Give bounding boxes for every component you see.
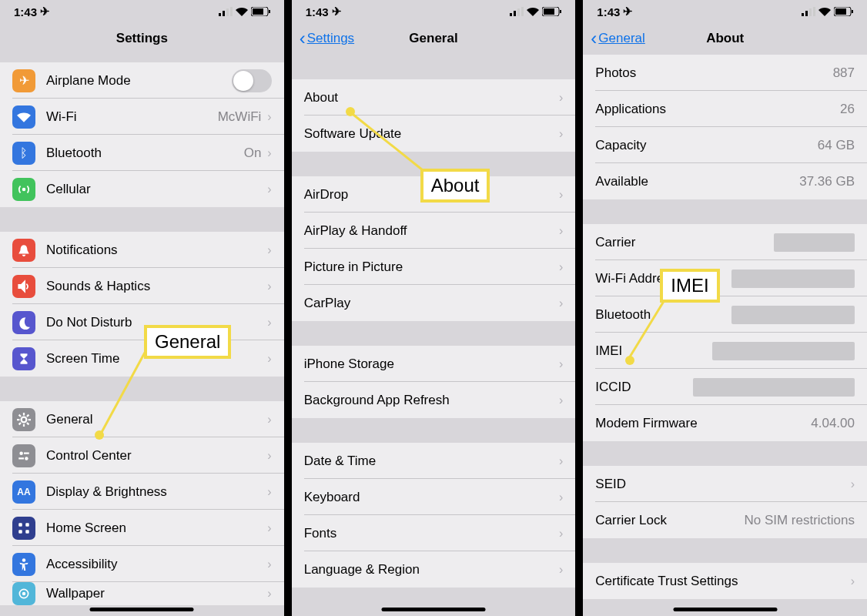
status-icons [802, 7, 853, 16]
accessibility-icon [12, 553, 35, 576]
screen-about: 1:43✈︎ ‹General About Photos887 Applicat… [583, 0, 867, 616]
screen-settings: 1:43✈︎ Settings ✈︎Airplane Mode Wi-FiMcW… [0, 0, 284, 616]
row-modem-firmware: Modem Firmware4.04.00 [583, 405, 867, 441]
aa-icon: AA [12, 480, 35, 504]
row-datetime[interactable]: Date & Time› [292, 443, 576, 479]
svg-point-19 [22, 592, 26, 596]
chevron-right-icon: › [267, 182, 271, 196]
chevron-right-icon: › [559, 454, 563, 468]
moon-icon [12, 311, 35, 334]
row-accessibility[interactable]: Accessibility› [0, 546, 284, 582]
status-time: 1:43 [14, 5, 37, 18]
row-cellular[interactable]: Cellular› [0, 171, 284, 207]
svg-rect-22 [514, 11, 516, 16]
row-cert-trust[interactable]: Certificate Trust Settings› [583, 563, 867, 599]
back-button[interactable]: ‹General [583, 28, 644, 49]
row-display[interactable]: AADisplay & Brightness› [0, 474, 284, 510]
row-wifi[interactable]: Wi-FiMcWiFi› [0, 99, 284, 135]
chevron-right-icon: › [559, 127, 563, 141]
row-about[interactable]: About› [292, 79, 576, 116]
chevron-right-icon: › [267, 110, 271, 124]
svg-rect-2 [226, 8, 229, 16]
row-software-update[interactable]: Software Update› [292, 116, 576, 152]
svg-point-7 [22, 187, 26, 191]
row-control-center[interactable]: Control Center› [0, 437, 284, 474]
svg-rect-3 [230, 7, 233, 16]
navbar: ‹General About [583, 22, 867, 55]
sound-icon [12, 275, 35, 298]
chevron-left-icon: ‹ [591, 28, 597, 49]
row-available: Available37.36 GB [583, 163, 867, 199]
chevron-right-icon: › [267, 146, 271, 160]
status-bar: 1:43✈︎ [0, 0, 284, 22]
row-bg-refresh[interactable]: Background App Refresh› [292, 382, 576, 418]
callout-about: About [420, 169, 490, 203]
back-button[interactable]: ‹Settings [292, 28, 354, 49]
svg-rect-35 [852, 10, 853, 13]
row-screen-time[interactable]: Screen Time› [0, 340, 284, 377]
row-dnd[interactable]: Do Not Disturb› [0, 304, 284, 340]
row-carplay[interactable]: CarPlay› [292, 285, 576, 321]
row-bluetooth[interactable]: ᛒBluetoothOn› [0, 135, 284, 171]
row-home-screen[interactable]: Home Screen› [0, 510, 284, 546]
chevron-right-icon: › [267, 413, 271, 427]
chevron-right-icon: › [559, 563, 563, 577]
row-notifications[interactable]: Notifications› [0, 232, 284, 268]
home-indicator[interactable] [673, 608, 777, 611]
home-indicator[interactable] [90, 608, 194, 611]
status-time: 1:43 [597, 5, 620, 18]
general-list[interactable]: About› Software Update› AirDrop› AirPlay… [292, 55, 576, 616]
redacted-value [731, 306, 855, 324]
location-icon: ✈︎ [332, 5, 342, 18]
airplane-toggle[interactable] [232, 69, 272, 92]
chevron-right-icon: › [559, 224, 563, 238]
callout-imei: IMEI [660, 269, 719, 303]
row-airplane-mode[interactable]: ✈︎Airplane Mode [0, 62, 284, 99]
svg-rect-5 [253, 8, 263, 15]
redacted-value [774, 233, 855, 252]
row-wallpaper[interactable]: Wallpaper› [0, 582, 284, 605]
chevron-left-icon: ‹ [300, 28, 306, 49]
chevron-right-icon: › [851, 477, 855, 491]
bell-icon [12, 239, 35, 262]
svg-rect-34 [835, 8, 846, 15]
callout-dot [95, 430, 104, 440]
chevron-right-icon: › [559, 393, 563, 407]
row-language[interactable]: Language & Region› [292, 551, 576, 588]
svg-rect-32 [813, 7, 815, 16]
svg-rect-14 [25, 523, 29, 527]
row-keyboard[interactable]: Keyboard› [292, 479, 576, 515]
row-seid[interactable]: SEID› [583, 466, 867, 502]
chevron-right-icon: › [559, 296, 563, 310]
svg-rect-27 [560, 10, 561, 13]
chevron-right-icon: › [851, 574, 855, 588]
about-list[interactable]: Photos887 Applications26 Capacity64 GB A… [583, 55, 867, 616]
row-airplay[interactable]: AirPlay & Handoff› [292, 213, 576, 249]
sliders-icon [12, 444, 35, 467]
wifi-icon [12, 105, 35, 129]
chevron-right-icon: › [559, 91, 563, 105]
callout-general: General [144, 325, 231, 359]
svg-rect-24 [521, 7, 524, 16]
row-carrier: Carrier [583, 224, 867, 260]
chevron-right-icon: › [267, 243, 271, 257]
settings-list[interactable]: ✈︎Airplane Mode Wi-FiMcWiFi› ᛒBluetoothO… [0, 55, 284, 616]
row-wifi-address: Wi-Fi Address [583, 260, 867, 296]
row-general[interactable]: General› [0, 401, 284, 437]
chevron-right-icon: › [267, 449, 271, 463]
chevron-right-icon: › [267, 316, 271, 330]
wallpaper-icon [12, 582, 35, 605]
row-sounds[interactable]: Sounds & Haptics› [0, 268, 284, 304]
svg-rect-31 [809, 8, 812, 16]
redacted-value [712, 342, 855, 360]
row-storage[interactable]: iPhone Storage› [292, 346, 576, 382]
svg-rect-6 [269, 10, 270, 13]
row-pip[interactable]: Picture in Picture› [292, 249, 576, 285]
chevron-right-icon: › [559, 357, 563, 371]
row-fonts[interactable]: Fonts› [292, 515, 576, 551]
home-indicator[interactable] [382, 608, 486, 611]
row-iccid: ICCID [583, 369, 867, 405]
chevron-right-icon: › [559, 527, 563, 541]
svg-point-9 [19, 451, 23, 455]
bluetooth-icon: ᛒ [12, 142, 35, 165]
